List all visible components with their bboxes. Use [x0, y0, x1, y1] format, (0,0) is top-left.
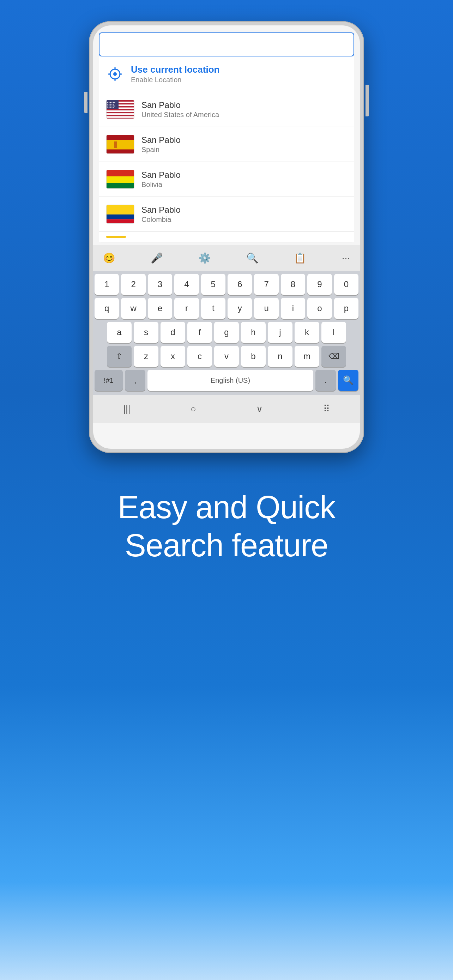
- result-es-country: Spain: [141, 146, 181, 154]
- key-9[interactable]: 9: [307, 274, 332, 295]
- flag-us: ★★★★★★ ★★★★★ ★★★★★★ ★★★★★: [106, 100, 134, 119]
- key-x[interactable]: x: [161, 346, 185, 367]
- result-us-city: San Pablo: [141, 100, 219, 110]
- svg-rect-16: [106, 113, 134, 115]
- phone-screen: San Pablo: [93, 25, 360, 449]
- microphone-icon[interactable]: 🎤: [148, 250, 166, 267]
- result-es[interactable]: San Pablo Spain: [99, 127, 354, 162]
- key-symbols[interactable]: !#1: [95, 370, 123, 391]
- flag-co: [106, 205, 134, 224]
- result-co-city: San Pablo: [141, 205, 181, 215]
- key-m[interactable]: m: [295, 346, 319, 367]
- promo-text: Easy and Quick Search feature: [104, 453, 349, 593]
- svg-rect-31: [106, 205, 134, 215]
- result-es-text: San Pablo Spain: [141, 135, 181, 154]
- zxcv-row: ⇧ z x c v b n m ⌫: [95, 346, 358, 367]
- use-current-location-option[interactable]: Use current location Enable Location: [99, 56, 354, 92]
- key-2[interactable]: 2: [121, 274, 145, 295]
- asdf-row: a s d f g h j k l: [95, 322, 358, 343]
- key-space[interactable]: English (US): [148, 370, 313, 391]
- yellow-bar-container: [99, 232, 354, 242]
- key-n[interactable]: n: [268, 346, 292, 367]
- key-4[interactable]: 4: [174, 274, 199, 295]
- key-k[interactable]: k: [295, 322, 319, 343]
- result-us[interactable]: ★★★★★★ ★★★★★ ★★★★★★ ★★★★★ San Pablo Unit…: [99, 92, 354, 127]
- key-c[interactable]: c: [188, 346, 212, 367]
- key-p[interactable]: p: [334, 298, 358, 319]
- key-v[interactable]: v: [214, 346, 239, 367]
- svg-rect-30: [106, 183, 134, 189]
- key-8[interactable]: 8: [281, 274, 305, 295]
- svg-text:★★★★★: ★★★★★: [107, 107, 114, 109]
- key-search-action[interactable]: 🔍: [338, 370, 358, 391]
- key-1[interactable]: 1: [95, 274, 119, 295]
- key-period[interactable]: .: [315, 370, 336, 391]
- search-input[interactable]: San Pablo: [106, 39, 347, 50]
- result-us-country: United States of America: [141, 111, 219, 119]
- qwerty-row: q w e r t y u i o p: [95, 298, 358, 319]
- keyboard-toolbar: 😊 🎤 ⚙️ 🔍 📋 ···: [93, 245, 360, 271]
- result-es-city: San Pablo: [141, 135, 181, 145]
- key-w[interactable]: w: [121, 298, 145, 319]
- search-icon[interactable]: 🔍: [243, 250, 261, 267]
- key-a[interactable]: a: [107, 322, 132, 343]
- svg-point-1: [113, 72, 117, 76]
- svg-rect-15: [106, 112, 134, 113]
- svg-rect-13: [106, 109, 134, 110]
- svg-rect-33: [106, 220, 134, 224]
- nav-recent-apps[interactable]: |||: [116, 401, 137, 417]
- nav-back[interactable]: ∨: [249, 401, 270, 417]
- key-6[interactable]: 6: [227, 274, 252, 295]
- key-q[interactable]: q: [95, 298, 119, 319]
- key-e[interactable]: e: [148, 298, 172, 319]
- number-row: 1 2 3 4 5 6 7 8 9 0: [95, 274, 358, 295]
- result-bo[interactable]: San Pablo Bolivia: [99, 162, 354, 197]
- result-co[interactable]: San Pablo Colombia: [99, 197, 354, 232]
- svg-rect-29: [106, 177, 134, 183]
- key-b[interactable]: b: [241, 346, 265, 367]
- key-3[interactable]: 3: [148, 274, 172, 295]
- key-o[interactable]: o: [307, 298, 332, 319]
- key-comma[interactable]: ,: [125, 370, 145, 391]
- location-pin-icon: [106, 65, 124, 83]
- current-location-text: Use current location Enable Location: [131, 64, 219, 84]
- key-h[interactable]: h: [241, 322, 265, 343]
- emoji-icon[interactable]: 😊: [100, 250, 118, 267]
- key-r[interactable]: r: [174, 298, 199, 319]
- svg-rect-28: [106, 170, 134, 177]
- key-y[interactable]: y: [227, 298, 252, 319]
- key-d[interactable]: d: [161, 322, 185, 343]
- key-0[interactable]: 0: [334, 274, 358, 295]
- key-s[interactable]: s: [134, 322, 158, 343]
- app-screen: San Pablo: [93, 25, 360, 449]
- clipboard-icon[interactable]: 📋: [291, 250, 309, 267]
- result-bo-text: San Pablo Bolivia: [141, 170, 181, 189]
- promo-line-2: Search feature: [125, 528, 328, 563]
- settings-icon[interactable]: ⚙️: [196, 250, 214, 267]
- key-j[interactable]: j: [268, 322, 292, 343]
- key-7[interactable]: 7: [254, 274, 278, 295]
- key-shift[interactable]: ⇧: [107, 346, 132, 367]
- flag-es: [106, 135, 134, 154]
- key-f[interactable]: f: [188, 322, 212, 343]
- key-g[interactable]: g: [214, 322, 239, 343]
- bottom-row: !#1 , English (US) . 🔍: [95, 370, 358, 391]
- key-u[interactable]: u: [254, 298, 278, 319]
- nav-keyboard-toggle[interactable]: ⠿: [316, 401, 337, 417]
- key-i[interactable]: i: [281, 298, 305, 319]
- svg-rect-26: [106, 140, 134, 150]
- svg-rect-32: [106, 215, 134, 220]
- search-bar[interactable]: San Pablo: [99, 32, 354, 56]
- svg-rect-14: [106, 110, 134, 112]
- key-z[interactable]: z: [134, 346, 158, 367]
- nav-home[interactable]: ○: [183, 401, 203, 417]
- promo-line-1: Easy and Quick: [118, 490, 335, 525]
- flag-bo: [106, 170, 134, 189]
- key-t[interactable]: t: [201, 298, 226, 319]
- key-5[interactable]: 5: [201, 274, 226, 295]
- search-dropdown: Use current location Enable Location: [99, 56, 354, 242]
- svg-rect-19: [106, 118, 134, 119]
- key-l[interactable]: l: [321, 322, 346, 343]
- key-backspace[interactable]: ⌫: [321, 346, 346, 367]
- more-options-icon[interactable]: ···: [339, 250, 353, 267]
